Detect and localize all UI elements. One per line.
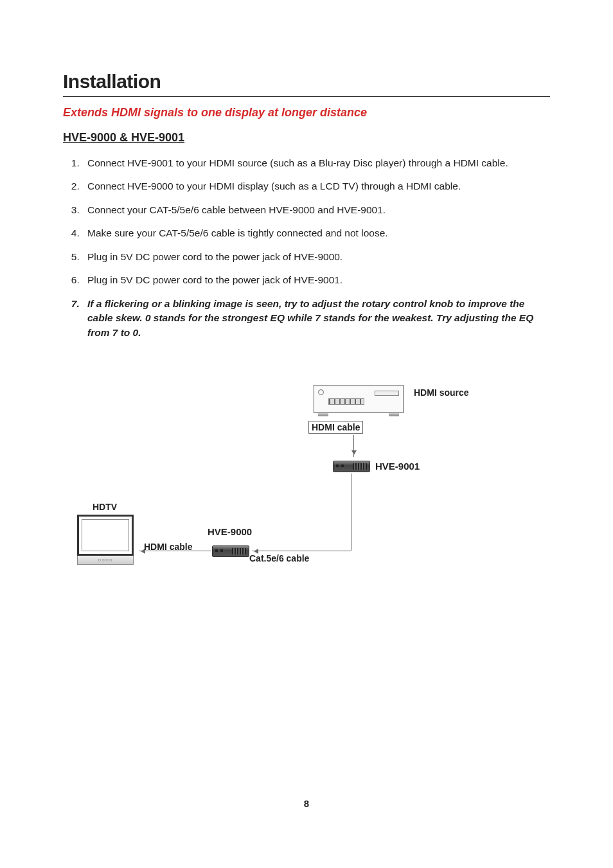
step-item: Make sure your CAT-5/5e/6 cable is tight… xyxy=(82,226,550,240)
page-title: Installation xyxy=(63,71,550,93)
step-item: Plug in 5V DC power cord to the power ja… xyxy=(82,273,550,287)
hve-9000-icon xyxy=(212,545,249,557)
hve-9001-label: HVE-9001 xyxy=(375,461,420,472)
hdtv-icon: ○○○○ xyxy=(77,513,134,565)
hdmi-source-icon xyxy=(314,385,404,413)
cat-cable-label: Cat.5e/6 cable xyxy=(249,553,309,563)
section-subtitle: Extends HDMI signals to one display at l… xyxy=(63,106,550,120)
hve-9001-icon xyxy=(333,461,370,472)
step-item: Connect HVE-9001 to your HDMI source (su… xyxy=(82,156,550,170)
arrow-left-icon xyxy=(252,551,351,551)
hve-9000-label: HVE-9000 xyxy=(208,526,252,537)
line-vertical-icon xyxy=(351,474,351,551)
step-item: Connect HVE-9000 to your HDMI display (s… xyxy=(82,179,550,193)
hdmi-cable-2-label: HDMI cable xyxy=(144,542,192,552)
hdmi-source-label: HDMI source xyxy=(414,387,469,398)
step-item: Plug in 5V DC power cord to the power ja… xyxy=(82,250,550,264)
model-heading: HVE-9000 & HVE-9001 xyxy=(63,131,550,145)
connection-diagram: HDMI source HDMI cable HVE-9001 Cat.5e/6… xyxy=(63,378,550,616)
hdtv-label: HDTV xyxy=(93,502,117,512)
hdmi-cable-1-label: HDMI cable xyxy=(308,421,363,434)
step-item-emphasis: If a flickering or a blinking image is s… xyxy=(82,297,550,340)
steps-list: Connect HVE-9001 to your HDMI source (su… xyxy=(63,156,550,340)
step-item: Connect your CAT-5/5e/6 cable between HV… xyxy=(82,203,550,217)
arrow-down-icon xyxy=(353,435,354,457)
page-number: 8 xyxy=(0,798,613,809)
title-rule xyxy=(63,96,550,97)
